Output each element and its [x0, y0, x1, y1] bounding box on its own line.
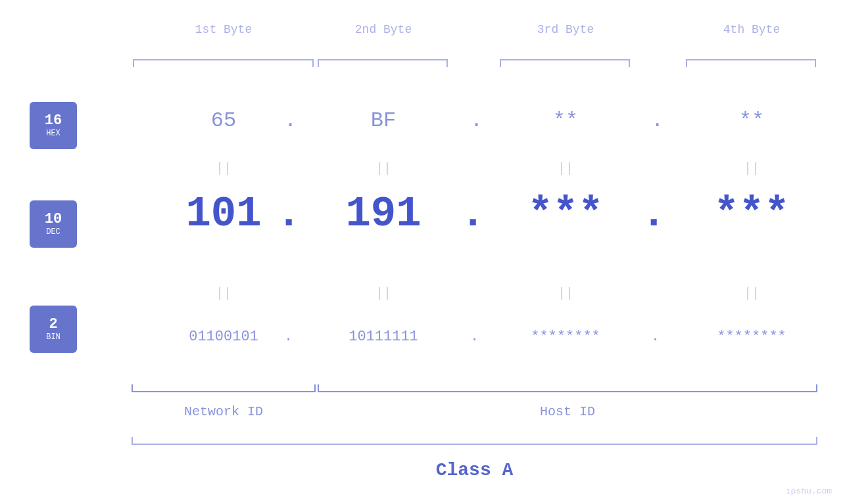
watermark: ipshu.com — [786, 486, 832, 496]
bin-badge-label: BIN — [46, 332, 60, 342]
col3-dec: *** — [500, 191, 631, 238]
dot-dec-3: . — [641, 191, 666, 238]
network-id-label: Network ID — [132, 404, 316, 419]
col4-dec: *** — [686, 191, 817, 238]
dot-bin-2: . — [470, 329, 479, 345]
col3-bracket-top — [500, 59, 630, 67]
hex-badge-number: 16 — [45, 113, 62, 129]
dec-badge-label: DEC — [46, 227, 60, 237]
col3-header: 3rd Byte — [500, 23, 631, 36]
class-label: Class A — [132, 460, 817, 480]
bin-badge-number: 2 — [49, 317, 57, 332]
col2-bin: 10111111 — [318, 329, 449, 345]
equals-col3-dec-bin: || — [500, 286, 631, 301]
bin-badge: 2 BIN — [30, 306, 77, 353]
equals-col2-dec-bin: || — [318, 286, 449, 301]
equals-col1-hex-dec: || — [132, 161, 316, 176]
col1-header: 1st Byte — [132, 23, 316, 36]
col2-dec: 191 — [318, 191, 449, 238]
dot-dec-2: . — [460, 191, 485, 238]
col2-bracket-top — [318, 59, 448, 67]
dot-dec-1: . — [276, 191, 301, 238]
equals-col4-dec-bin: || — [686, 286, 817, 301]
col3-bin: ******** — [500, 329, 631, 345]
equals-col1-dec-bin: || — [132, 286, 316, 301]
dot-hex-3: . — [651, 108, 664, 133]
equals-col3-hex-dec: || — [500, 161, 631, 176]
col4-hex: ** — [686, 108, 817, 133]
class-bracket — [132, 437, 817, 445]
host-id-bracket — [318, 384, 817, 392]
host-id-label: Host ID — [318, 404, 817, 419]
equals-col2-hex-dec: || — [318, 161, 449, 176]
network-id-bracket — [132, 384, 316, 392]
hex-badge: 16 HEX — [30, 102, 77, 149]
col2-hex: BF — [318, 108, 449, 133]
main-container: 16 HEX 10 DEC 2 BIN 1st Byte 2nd Byte 3r… — [0, 0, 845, 504]
dec-badge: 10 DEC — [30, 200, 77, 248]
dec-badge-number: 10 — [45, 212, 62, 227]
col4-bin: ******** — [686, 329, 817, 345]
dot-bin-1: . — [284, 329, 293, 345]
col4-bracket-top — [686, 59, 816, 67]
hex-badge-label: HEX — [46, 129, 60, 138]
dot-bin-3: . — [651, 329, 660, 345]
dot-hex-1: . — [284, 108, 297, 133]
dot-hex-2: . — [470, 108, 483, 133]
col2-header: 2nd Byte — [318, 23, 449, 36]
col1-bracket-top — [133, 59, 314, 67]
col4-header: 4th Byte — [686, 23, 817, 36]
equals-col4-hex-dec: || — [686, 161, 817, 176]
col3-hex: ** — [500, 108, 631, 133]
